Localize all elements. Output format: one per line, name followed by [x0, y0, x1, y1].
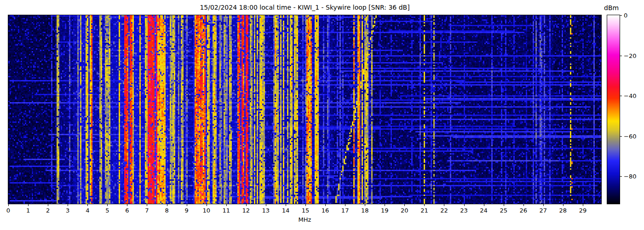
- x-tick-label: 29: [579, 207, 587, 214]
- colorbar-tick-mark: [620, 96, 622, 96]
- colorbar: [607, 15, 620, 204]
- x-tick-mark: [563, 204, 564, 206]
- x-tick-label: 7: [145, 207, 149, 214]
- x-tick-label: 19: [381, 207, 389, 214]
- x-tick-label: 0: [6, 207, 10, 214]
- spectrogram-figure: 15/02/2024 18:00 local time - KIWI_1 - S…: [0, 0, 644, 230]
- x-tick-label: 11: [222, 207, 230, 214]
- x-tick-label: 9: [184, 207, 188, 214]
- x-tick-mark: [167, 204, 167, 206]
- x-tick-mark: [325, 204, 326, 206]
- x-tick-mark: [207, 204, 207, 206]
- x-tick-label: 1: [26, 207, 30, 214]
- x-tick-label: 12: [242, 207, 250, 214]
- x-tick-mark: [305, 204, 306, 206]
- x-tick-mark: [464, 204, 465, 206]
- x-tick-label: 10: [202, 207, 210, 214]
- x-tick-label: 26: [519, 207, 527, 214]
- x-tick-mark: [385, 204, 385, 206]
- x-tick-mark: [68, 204, 68, 206]
- colorbar-tick-label: −20: [624, 52, 636, 59]
- x-tick-mark: [147, 204, 147, 206]
- x-tick-label: 6: [125, 207, 129, 214]
- x-tick-mark: [365, 204, 365, 206]
- spectrogram-plot-area: [8, 15, 602, 204]
- colorbar-tick-label: −80: [624, 173, 636, 180]
- colorbar-tick-mark: [620, 176, 622, 177]
- x-tick-label: 15: [302, 207, 310, 214]
- x-tick-mark: [226, 204, 227, 206]
- x-tick-label: 17: [341, 207, 349, 214]
- spectrogram-canvas: [8, 15, 601, 204]
- chart-title: 15/02/2024 18:00 local time - KIWI_1 - S…: [8, 4, 601, 11]
- x-tick-label: 18: [361, 207, 369, 214]
- x-tick-label: 2: [46, 207, 50, 214]
- x-axis-label: MHz: [8, 216, 601, 223]
- x-tick-label: 25: [500, 207, 507, 214]
- x-tick-label: 5: [105, 207, 109, 214]
- x-tick-mark: [444, 204, 444, 206]
- x-tick-mark: [87, 204, 88, 206]
- colorbar-tick-mark: [620, 56, 622, 56]
- x-tick-mark: [8, 204, 9, 206]
- x-tick-label: 21: [420, 207, 428, 214]
- colorbar-tick-mark: [620, 136, 622, 137]
- x-tick-label: 24: [480, 207, 488, 214]
- x-tick-label: 14: [282, 207, 290, 214]
- x-tick-label: 23: [460, 207, 468, 214]
- x-tick-label: 28: [559, 207, 567, 214]
- x-tick-label: 8: [165, 207, 168, 214]
- x-tick-label: 16: [322, 207, 329, 214]
- x-tick-mark: [345, 204, 345, 206]
- x-tick-mark: [286, 204, 286, 206]
- x-tick-label: 22: [440, 207, 448, 214]
- x-tick-mark: [48, 204, 48, 206]
- x-tick-mark: [424, 204, 425, 206]
- colorbar-canvas: [607, 15, 620, 204]
- x-tick-mark: [504, 204, 504, 206]
- colorbar-tick-mark: [620, 15, 622, 16]
- x-tick-label: 13: [262, 207, 270, 214]
- x-tick-mark: [187, 204, 187, 206]
- x-tick-mark: [246, 204, 247, 206]
- x-tick-label: 20: [401, 207, 408, 214]
- x-tick-mark: [583, 204, 583, 206]
- x-tick-label: 4: [86, 207, 89, 214]
- x-tick-mark: [266, 204, 266, 206]
- colorbar-tick-label: −40: [624, 92, 636, 99]
- x-tick-mark: [127, 204, 127, 206]
- x-tick-mark: [523, 204, 524, 206]
- x-tick-label: 27: [540, 207, 547, 214]
- x-tick-mark: [404, 204, 405, 206]
- x-tick-mark: [484, 204, 484, 206]
- x-tick-mark: [543, 204, 544, 206]
- colorbar-label: dBm: [604, 4, 619, 12]
- x-tick-label: 3: [66, 207, 69, 214]
- x-tick-mark: [28, 204, 29, 206]
- x-tick-mark: [107, 204, 108, 206]
- colorbar-tick-label: −60: [624, 132, 636, 139]
- colorbar-tick-label: 0: [624, 12, 627, 19]
